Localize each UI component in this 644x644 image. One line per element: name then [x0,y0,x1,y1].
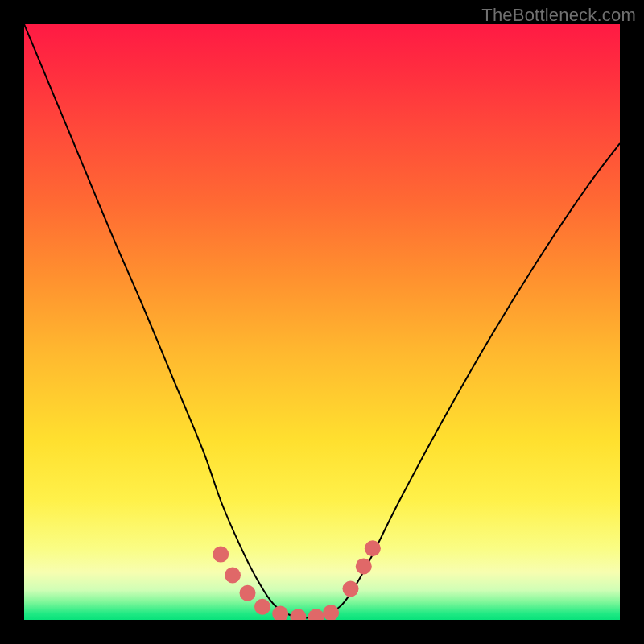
highlight-marker [272,606,288,620]
highlight-marker [356,558,372,574]
plot-area [24,24,620,620]
highlight-marker [213,547,229,563]
watermark-text: TheBottleneck.com [481,5,636,26]
chart-frame: TheBottleneck.com [0,0,644,644]
highlight-marker [290,609,306,620]
highlight-marker [240,585,256,601]
highlight-marker [254,599,270,615]
highlight-marker [308,609,324,620]
highlight-marker [323,605,339,620]
highlight-markers [213,540,381,620]
highlight-marker [225,568,241,584]
curve-svg [24,24,620,620]
highlight-marker [365,540,381,556]
highlight-marker [343,581,359,597]
bottleneck-curve [24,24,620,618]
